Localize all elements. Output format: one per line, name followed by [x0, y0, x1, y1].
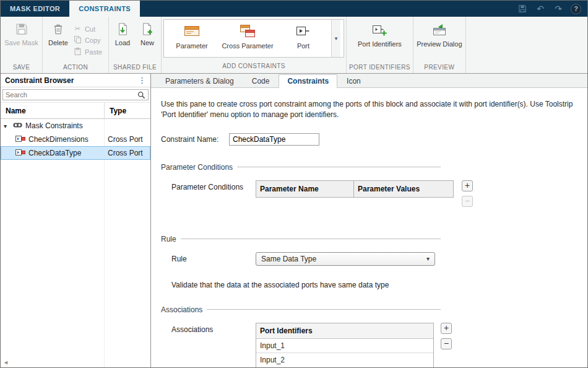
ribbon-section-action: Delete ✂ Cut Copy — [43, 17, 109, 73]
constraint-tree: ▾ Mask Constraints CheckDimensions — [1, 119, 150, 367]
column-header-name: Name — [1, 103, 104, 118]
paste-icon — [74, 48, 82, 56]
tree-item-label: CheckDataType — [28, 149, 81, 157]
cut-icon: ✂ — [74, 25, 82, 33]
tree-row-checkdimensions[interactable]: CheckDimensions Cross Port — [1, 133, 150, 146]
ribbon-section-add-constraints: Parameter Cross Parameter Port ▾ — [162, 17, 347, 73]
caret-down-icon[interactable]: ▾ — [4, 123, 10, 129]
new-button[interactable]: New — [135, 19, 160, 46]
mask-icon — [13, 121, 22, 131]
section-label-action: ACTION — [43, 63, 108, 73]
ribbon-section-save: Save Mask SAVE — [1, 17, 43, 73]
section-label-preview: PREVIEW — [413, 63, 465, 73]
chevron-down-icon: ▾ — [426, 255, 430, 262]
table-row[interactable]: Input_2 — [256, 353, 433, 367]
save-mask-button[interactable]: Save Mask — [4, 19, 39, 46]
remove-association-button[interactable]: − — [441, 338, 452, 349]
table-header-parameter-name: Parameter Name — [256, 181, 353, 197]
tab-parameters-dialog[interactable]: Parameters & Dialog — [157, 74, 243, 87]
section-label-port-identifiers: PORT IDENTIFIERS — [347, 63, 413, 73]
add-association-button[interactable]: + — [441, 323, 452, 334]
load-icon — [116, 22, 129, 37]
table-row[interactable]: Input_1 — [256, 339, 433, 353]
preview-dialog-button[interactable]: Preview Dialog — [415, 19, 464, 48]
gallery-dropdown-button[interactable]: ▾ — [331, 20, 340, 57]
constraints-pane-content: Use this pane to create cross port const… — [151, 88, 587, 367]
titlebar-quick-actions: ↶ ↷ ? — [517, 1, 587, 17]
ribbon-section-preview: Preview Dialog PREVIEW — [413, 17, 466, 73]
add-cross-parameter-constraint-button[interactable]: Cross Parameter — [220, 20, 275, 57]
tab-mask-editor[interactable]: MASK EDITOR — [1, 1, 69, 17]
tree-item-type: Cross Port — [104, 149, 150, 157]
mask-editor-window: MASK EDITOR CONSTRAINTS ↶ ↷ ? Save Mask … — [0, 0, 588, 368]
rule-dropdown-value: Same Data Type — [261, 255, 316, 263]
tab-icon[interactable]: Icon — [338, 74, 370, 87]
search-icon — [137, 90, 145, 102]
constraints-gallery: Parameter Cross Parameter Port ▾ — [163, 19, 344, 58]
rule-section: Rule Rule Same Data Type ▾ Validate that… — [161, 235, 577, 289]
section-label-add-constraints: ADD CONSTRAINTS — [162, 61, 346, 72]
help-icon[interactable]: ? — [571, 4, 581, 14]
add-parameter-constraint-button[interactable]: Parameter — [164, 20, 220, 57]
add-port-constraint-button[interactable]: Port — [275, 20, 331, 57]
port-identifiers-icon — [371, 22, 387, 38]
editor-pane: Parameters & Dialog Code Constraints Ico… — [151, 74, 587, 367]
rule-hint-text: Validate that the data at the associated… — [171, 281, 577, 289]
constraint-icon — [15, 135, 25, 144]
search-box — [1, 87, 150, 102]
pane-description: Use this pane to create cross port const… — [161, 99, 577, 121]
section-rule-line — [181, 239, 441, 239]
section-rule-line — [237, 167, 441, 167]
parameter-conditions-section: Parameter Conditions Parameter Condition… — [161, 163, 577, 216]
constraint-browser-panel: Constraint Browser ⋮ Name Type ▾ — [1, 74, 151, 367]
copy-button[interactable]: Copy — [71, 35, 105, 45]
cut-button[interactable]: ✂ Cut — [71, 24, 105, 33]
constraint-browser-header: Constraint Browser ⋮ — [1, 74, 150, 87]
rule-dropdown[interactable]: Same Data Type ▾ — [256, 252, 435, 266]
column-header-type: Type — [104, 103, 150, 118]
parameter-icon — [184, 24, 200, 40]
ribbon-section-shared-file: Load New SHARED FILE — [109, 17, 162, 73]
tree-row-checkdatatype[interactable]: CheckDataType Cross Port — [1, 146, 150, 160]
save-icon[interactable] — [517, 3, 528, 14]
rule-section-title: Rule — [161, 235, 441, 243]
copy-icon — [74, 36, 82, 45]
parameter-conditions-section-title: Parameter Conditions — [161, 163, 441, 172]
associations-label: Associations — [171, 323, 256, 334]
tree-item-label: CheckDimensions — [28, 135, 89, 144]
constraint-name-label: Constraint Name: — [161, 135, 229, 144]
preview-dialog-icon — [431, 22, 447, 38]
editor-tabbar: Parameters & Dialog Code Constraints Ico… — [151, 74, 587, 88]
section-label-shared-file: SHARED FILE — [109, 63, 161, 73]
load-button[interactable]: Load — [110, 19, 135, 46]
undo-icon[interactable]: ↶ — [535, 3, 546, 14]
browser-column-headers: Name Type — [1, 102, 150, 119]
save-mask-icon — [15, 22, 28, 37]
panel-menu-icon[interactable]: ⋮ — [138, 76, 146, 84]
constraint-browser-title: Constraint Browser — [5, 76, 74, 85]
add-parameter-condition-button[interactable]: + — [462, 180, 473, 191]
constraint-icon — [15, 149, 25, 158]
port-icon — [295, 24, 311, 40]
table-header-port-identifiers: Port Identifiers — [256, 323, 433, 339]
section-label-save: SAVE — [1, 63, 42, 73]
parameter-conditions-table[interactable]: Parameter Name Parameter Values — [256, 180, 454, 198]
redo-icon[interactable]: ↷ — [553, 3, 564, 14]
collapse-panel-icon[interactable]: ◄ — [3, 359, 9, 366]
tab-code[interactable]: Code — [243, 74, 279, 87]
paste-button[interactable]: Paste — [71, 47, 105, 57]
section-rule-line — [207, 309, 441, 310]
parameter-conditions-label: Parameter Conditions — [171, 180, 256, 191]
constraint-name-input[interactable] — [229, 133, 319, 146]
delete-button[interactable]: Delete — [46, 19, 71, 46]
port-identifiers-button[interactable]: Port Identifiers — [350, 19, 409, 48]
tree-item-type: Cross Port — [104, 135, 150, 144]
ribbon-toolstrip: Save Mask SAVE Delete ✂ Cut — [1, 17, 587, 74]
tab-constraints[interactable]: CONSTRAINTS — [69, 1, 140, 17]
tab-constraints-pane[interactable]: Constraints — [279, 74, 337, 87]
remove-parameter-condition-button[interactable]: − — [462, 196, 473, 207]
associations-table: Port Identifiers Input_1 Input_2 — [256, 323, 434, 367]
constraint-name-row: Constraint Name: — [161, 133, 577, 146]
tree-row-mask-constraints[interactable]: ▾ Mask Constraints — [1, 119, 150, 133]
search-input[interactable] — [2, 89, 149, 100]
